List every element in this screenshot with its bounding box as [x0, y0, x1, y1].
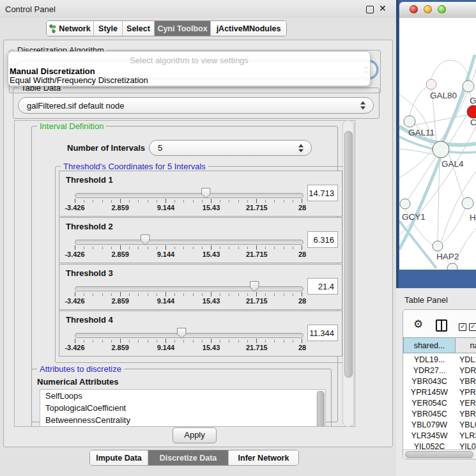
threshold-value-field[interactable]: 21.4	[307, 278, 338, 295]
node-gal11[interactable]	[404, 116, 415, 127]
list-item[interactable]: SelfLoops	[40, 390, 325, 402]
settings-viewport: Interval Definition Number of Intervals …	[14, 120, 355, 427]
tick-label: -3.426	[65, 204, 84, 211]
tick-label: 9.144	[157, 204, 175, 211]
table-row[interactable]: YLR345WYLR3	[403, 431, 476, 441]
table-row[interactable]: YDR27...YDR2	[403, 365, 476, 376]
control-panel: Control Panel ✕ Network Style Select	[0, 0, 396, 476]
tick-label: 21.715	[246, 250, 268, 258]
dropdown-item-manual-discretization[interactable]: Manual Discretization	[10, 66, 95, 76]
tick-label: 2.859	[111, 250, 129, 258]
slider-track[interactable]	[75, 193, 303, 198]
group-title: Attributes to discretize	[37, 364, 124, 374]
node-gcy1[interactable]	[400, 199, 410, 209]
threshold-2-slider[interactable]: -3.426 2.859 9.144 15.43 21.715 28	[75, 218, 302, 263]
scrollbar-thumb[interactable]	[344, 131, 353, 378]
node-selected-red[interactable]	[467, 105, 476, 118]
table-data-combobox[interactable]: galFiltered.sif default node	[18, 97, 374, 114]
tab-label: Select	[127, 24, 150, 33]
close-icon[interactable]: ✕	[379, 3, 387, 13]
slider-scale: -3.426 2.859 9.144 15.43 21.715 28	[75, 344, 302, 353]
group-title: Threshold's Coordinates for 5 Intervals	[61, 162, 208, 171]
node-label-gal11: GAL11	[408, 128, 434, 137]
tab-impute-data[interactable]: Impute Data	[90, 450, 148, 465]
algorithm-dropdown-popup: Select algorithm to view settings Manual…	[8, 51, 371, 86]
split-columns-icon[interactable]	[436, 319, 447, 332]
tab-cyni-toolbox[interactable]: Cyni Toolbox	[154, 21, 210, 36]
table-row[interactable]: YPR145WYPR1	[403, 387, 476, 398]
cell: YPR1	[459, 387, 476, 398]
checkbox-icon[interactable]: ✓	[459, 323, 466, 331]
node-hap2[interactable]	[433, 241, 443, 251]
threshold-4-slider[interactable]: -3.426 2.859 9.144 15.43 21.715 28	[75, 311, 302, 356]
right-workspace: GAL80 GA C GAL11 GAL4 GCY1 H HAP2 Table …	[396, 0, 476, 476]
tab-network[interactable]: Network	[47, 21, 93, 36]
tick-label: 9.144	[157, 344, 175, 351]
network-canvas[interactable]: GAL80 GA C GAL11 GAL4 GCY1 H HAP2	[399, 18, 476, 270]
node-ga[interactable]	[463, 81, 474, 92]
scrollbar-thumb[interactable]	[405, 451, 473, 458]
table-row[interactable]: YER054CYER0	[403, 398, 476, 409]
gear-icon[interactable]: ⚙	[413, 318, 423, 331]
tab-jactivemnodules[interactable]: jActiveMNodules	[210, 21, 286, 36]
table-horizontal-scrollbar[interactable]	[403, 449, 476, 459]
slider-track[interactable]	[75, 333, 303, 338]
scrollbar-thumb[interactable]	[317, 391, 325, 427]
column-header-name[interactable]: na	[456, 337, 476, 353]
tick-label: 2.859	[111, 204, 129, 211]
network-window-titlebar[interactable]	[399, 2, 476, 19]
threshold-value-field[interactable]: 11.344	[307, 325, 338, 341]
checkbox-icon[interactable]: ✓	[469, 323, 476, 331]
node-gal4[interactable]	[433, 141, 449, 158]
screenshot-root: Control Panel ✕ Network Style Select	[0, 0, 476, 476]
control-panel-tabs: Network Style Select Cyni Toolbox jActiv…	[46, 20, 287, 36]
mac-close-button[interactable]	[410, 5, 418, 13]
apply-button[interactable]: Apply	[173, 427, 217, 443]
threshold-value-field[interactable]: 14.713	[307, 185, 338, 201]
mac-zoom-button[interactable]	[438, 5, 446, 13]
cell: YBR0	[459, 376, 476, 387]
list-item[interactable]: TopologicalCoefficient	[40, 402, 325, 414]
column-header-shared-name[interactable]: shared...	[403, 337, 456, 353]
node-gal80[interactable]	[426, 79, 436, 89]
slider-scale: -3.426 2.859 9.144 15.43 21.715 28	[75, 297, 302, 306]
threshold-value-field[interactable]: 6.316	[307, 231, 338, 248]
table-row[interactable]: YBR043CYBR0	[403, 376, 476, 387]
number-of-intervals-value: 5	[158, 143, 162, 153]
number-of-intervals-label: Number of Intervals	[67, 143, 145, 153]
threshold-panel-3: Threshold 3 -3.426 2.859 9.144 15.43	[59, 264, 342, 310]
float-window-icon[interactable]	[366, 6, 374, 13]
threshold-panel-2: Threshold 2 -3.426 2.859 9.144 15.43	[59, 217, 342, 263]
network-icon	[49, 24, 56, 33]
slider-major-ticks	[75, 245, 303, 250]
node-h[interactable]	[462, 197, 473, 209]
tab-select[interactable]: Select	[122, 21, 154, 36]
table-row[interactable]: YDL19...YDL1	[403, 355, 476, 365]
mac-minimize-button[interactable]	[424, 5, 432, 13]
table-row[interactable]: YBR045CYBR0	[403, 409, 476, 420]
tab-style[interactable]: Style	[93, 21, 122, 36]
number-of-intervals-combobox[interactable]: 5	[149, 140, 312, 156]
attributes-list-scrollbar[interactable]	[316, 390, 325, 427]
slider-track[interactable]	[75, 240, 303, 245]
threshold-3-slider[interactable]: -3.426 2.859 9.144 15.43 21.715 28	[75, 265, 302, 309]
tab-label: Style	[98, 24, 118, 33]
cell: YBL079W	[403, 420, 456, 431]
slider-major-ticks	[75, 199, 303, 203]
dropdown-item-equal-width-frequency[interactable]: Equal Width/Frequency Discretization	[10, 75, 148, 85]
list-item[interactable]: BetweennessCentrality	[40, 414, 325, 426]
slider-track[interactable]	[75, 286, 303, 291]
threshold-1-slider[interactable]: -3.426 2.859 9.144 15.43 21.715 28	[75, 171, 302, 216]
tab-infer-network[interactable]: Infer Network	[228, 450, 298, 465]
node-label-h: H	[470, 213, 476, 222]
cell: YLR3	[459, 431, 476, 441]
settings-scrollbar[interactable]	[342, 120, 354, 427]
node-bottom[interactable]	[447, 263, 457, 270]
cell: YDL19...	[403, 355, 456, 365]
tick-label: -3.426	[65, 344, 84, 351]
cell: YBL0	[459, 420, 476, 431]
attributes-group: Attributes to discretize Numerical Attri…	[31, 369, 332, 427]
table-row[interactable]: YBL079WYBL0	[403, 420, 476, 431]
tab-discretize-data[interactable]: Discretize Data	[148, 450, 228, 465]
numerical-attributes-list[interactable]: SelfLoops TopologicalCoefficient Between…	[40, 389, 326, 427]
